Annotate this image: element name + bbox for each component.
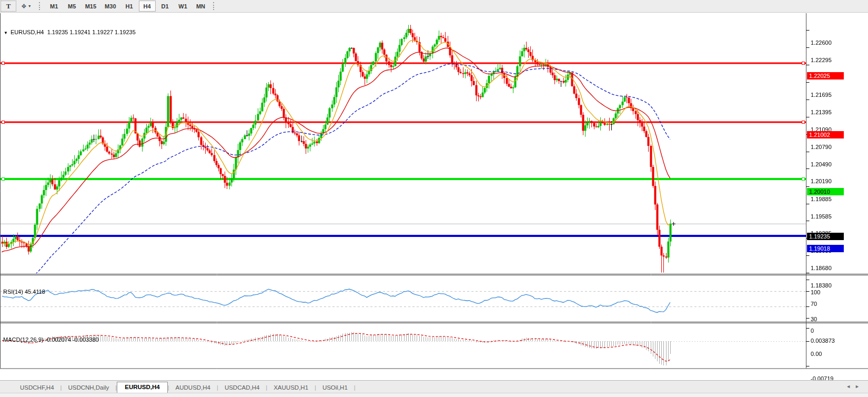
macd-label: MACD(12,26,9) -0.002074 -0.003380 (3, 336, 99, 343)
hline-price-tag: 1.19018 (807, 245, 844, 252)
macd-scale-tick: 0.003873 (811, 338, 835, 344)
status-bar (0, 393, 868, 397)
chart-tab-usdchf[interactable]: USDCHF,H4 (14, 383, 60, 393)
chart-tab-usoil[interactable]: USOil,H1 (316, 383, 354, 393)
hline-price-tag: 1.21002 (807, 131, 844, 138)
toolbar: T ❖ ▼ M1M5M15M30H1H4D1W1MN (0, 0, 868, 13)
objects-tool-button[interactable]: ❖ ▼ (17, 1, 35, 12)
macd-scale-tick: 0.00 (811, 351, 822, 357)
price-tick: 1.19585 (811, 213, 832, 220)
chart-tab-usdcad[interactable]: USDCAD,H4 (218, 383, 266, 393)
text-tool-button[interactable]: T (1, 1, 16, 12)
rsi-scale-tick: 30 (811, 316, 817, 322)
chart-tab-usdcnh[interactable]: USDCNH,Daily (62, 383, 115, 393)
hline-price-tag: 1.22025 (807, 72, 844, 80)
chart-canvas[interactable] (0, 13, 868, 397)
rsi-label: RSI(14) 45.4118 (3, 289, 45, 295)
tab-scroll-left-icon[interactable]: ◄ (846, 384, 855, 389)
ohlc-values: 1.19235 1.19241 1.19227 1.19235 (47, 29, 136, 35)
chart-header: ▼EURUSD,H4 1.19235 1.19241 1.19227 1.192… (4, 29, 136, 35)
price-tick: 1.20790 (811, 144, 832, 150)
price-tick: 1.22295 (811, 57, 832, 63)
chart-tab-bar: USDCHF,H4|USDCNH,Daily|EURUSD,H4|AUDUSD,… (0, 380, 868, 393)
chevron-down-icon: ▼ (28, 4, 32, 8)
price-tick: 1.18380 (811, 282, 832, 289)
timeframe-button-h1[interactable]: H1 (121, 1, 138, 12)
timeframe-button-m30[interactable]: M30 (101, 1, 119, 12)
current-price-tag: 1.19235 (807, 233, 844, 240)
tab-separator: | (354, 384, 356, 393)
price-tick: 1.19885 (811, 196, 832, 202)
tab-scroll-right-icon[interactable]: ► (855, 384, 864, 389)
chart-tab-xauusd[interactable]: XAUUSD,H1 (267, 383, 315, 393)
price-tick: 1.21695 (811, 92, 832, 98)
timeframe-button-m1[interactable]: M1 (46, 1, 63, 12)
terminal-window: T ❖ ▼ M1M5M15M30H1H4D1W1MN ▼EURUSD,H4 1.… (0, 0, 868, 397)
rsi-scale-tick: 0 (811, 327, 814, 334)
chart-tab-eurusd[interactable]: EURUSD,H4 (117, 382, 167, 393)
toolbar-grip (39, 2, 42, 10)
timeframe-button-d1[interactable]: D1 (157, 1, 174, 12)
timeframe-button-mn[interactable]: MN (193, 1, 209, 12)
price-tick: 1.21395 (811, 109, 832, 115)
collapse-triangle-icon[interactable]: ▼ (4, 31, 8, 35)
price-tick: 1.18680 (811, 265, 832, 271)
price-tick: 1.20490 (811, 161, 832, 167)
toolbar-grip-2 (213, 2, 216, 10)
tab-scroll-arrows[interactable]: ◄► (846, 384, 864, 389)
timeframe-button-m15[interactable]: M15 (82, 1, 100, 12)
chart-window: ▼EURUSD,H4 1.19235 1.19241 1.19227 1.192… (0, 13, 868, 380)
symbol-period-label: EURUSD,H4 (11, 29, 44, 35)
timeframe-button-m5[interactable]: M5 (64, 1, 80, 12)
rsi-scale-tick: 100 (811, 289, 820, 295)
objects-icon: ❖ (21, 3, 27, 10)
timeframe-button-w1[interactable]: W1 (175, 1, 191, 12)
hline-price-tag: 1.20010 (807, 188, 844, 195)
timeframe-group: M1M5M15M30H1H4D1W1MN (45, 1, 210, 12)
price-tick: 1.20190 (811, 178, 832, 184)
price-tick: 1.22600 (811, 39, 832, 46)
chart-tab-audusd[interactable]: AUDUSD,H4 (169, 383, 217, 393)
rsi-scale-tick: 70 (811, 301, 817, 307)
timeframe-button-h4[interactable]: H4 (139, 1, 156, 12)
